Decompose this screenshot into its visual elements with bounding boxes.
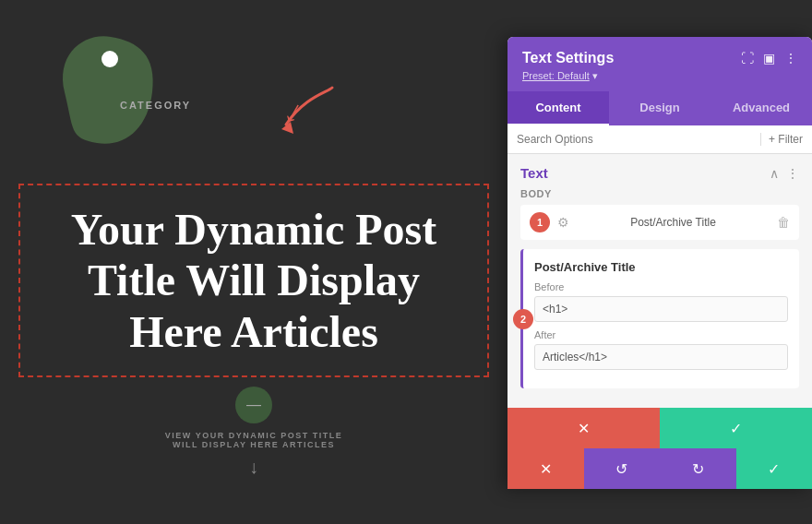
close-button[interactable]: ✕ bbox=[508, 448, 584, 489]
main-title: Your Dynamic Post Title Will Display Her… bbox=[48, 204, 460, 357]
before-label: Before bbox=[534, 281, 788, 292]
tab-design[interactable]: Design bbox=[609, 91, 710, 125]
bottom-circle: — bbox=[235, 387, 272, 423]
dynamic-card: 2 Post/Archive Title Before After bbox=[520, 249, 799, 388]
dynamic-card-wrapper: 2 Post/Archive Title Before After bbox=[508, 249, 812, 388]
after-label: After bbox=[534, 329, 788, 340]
step-2-badge: 2 bbox=[513, 309, 533, 329]
fullscreen-icon[interactable]: ⛶ bbox=[741, 51, 754, 66]
confirm-button[interactable]: ✓ bbox=[660, 408, 812, 448]
collapse-icon[interactable]: ∧ bbox=[770, 166, 779, 181]
panel-header-top: Text Settings ⛶ ▣ ⋮ bbox=[522, 50, 797, 66]
blob-decoration bbox=[46, 28, 166, 157]
body-row-text: Post/Archive Title bbox=[577, 216, 770, 229]
action-buttons-bottom: ✕ ↺ ↻ ✓ bbox=[508, 448, 812, 489]
body-row: 1 ⚙ Post/Archive Title 🗑 bbox=[520, 205, 799, 240]
main-text-box: Your Dynamic Post Title Will Display Her… bbox=[18, 184, 489, 377]
tab-advanced[interactable]: Advanced bbox=[710, 91, 812, 125]
panel-title: Text Settings bbox=[522, 50, 614, 66]
undo-button[interactable]: ↺ bbox=[584, 448, 661, 489]
more-icon[interactable]: ⋮ bbox=[784, 51, 797, 66]
gear-icon[interactable]: ⚙ bbox=[557, 215, 569, 230]
left-panel: CATEGORY ↓ Your Dynamic Post Title Will … bbox=[0, 0, 508, 524]
down-arrow-icon: ↓ bbox=[249, 457, 258, 478]
panel-header: Text Settings ⛶ ▣ ⋮ Preset: Default ▾ bbox=[508, 37, 812, 91]
redo-button[interactable]: ↻ bbox=[660, 448, 736, 489]
body-label: Body bbox=[508, 188, 812, 205]
dynamic-card-title: Post/Archive Title bbox=[534, 260, 788, 274]
settings-panel: Text Settings ⛶ ▣ ⋮ Preset: Default ▾ Co… bbox=[508, 37, 812, 489]
panel-preset[interactable]: Preset: Default ▾ bbox=[522, 70, 797, 82]
step-1-badge: 1 bbox=[530, 212, 550, 232]
white-circle-decoration bbox=[102, 51, 118, 67]
bottom-text: VIEW YOUR DYNAMIC POST TITLE WILL DISPLA… bbox=[161, 431, 346, 449]
action-buttons-top: ✕ ✓ bbox=[508, 408, 812, 448]
delete-icon[interactable]: 🗑 bbox=[777, 215, 790, 230]
cancel-button[interactable]: ✕ bbox=[508, 408, 660, 448]
search-bar: + Filter bbox=[508, 125, 812, 154]
panel-body: Text ∧ ⋮ Body 1 ⚙ Post/Archive Title 🗑 2… bbox=[508, 154, 812, 408]
filter-button[interactable]: + Filter bbox=[760, 133, 803, 146]
arrow-decoration bbox=[277, 83, 341, 138]
section-more-icon[interactable]: ⋮ bbox=[786, 166, 799, 181]
after-input[interactable] bbox=[534, 344, 788, 370]
section-controls: ∧ ⋮ bbox=[770, 166, 799, 181]
save-button[interactable]: ✓ bbox=[736, 448, 813, 489]
panel-tabs: Content Design Advanced bbox=[508, 91, 812, 125]
circle-line-icon: — bbox=[246, 397, 261, 413]
section-title: Text bbox=[520, 165, 548, 181]
panel-icons: ⛶ ▣ ⋮ bbox=[741, 51, 797, 66]
before-input[interactable] bbox=[534, 296, 788, 322]
layout-icon[interactable]: ▣ bbox=[763, 51, 775, 66]
tab-content[interactable]: Content bbox=[508, 91, 609, 125]
category-label: CATEGORY bbox=[120, 100, 191, 111]
section-header: Text ∧ ⋮ bbox=[508, 154, 812, 188]
bottom-section: — VIEW YOUR DYNAMIC POST TITLE WILL DISP… bbox=[161, 387, 346, 478]
search-input[interactable] bbox=[517, 133, 760, 146]
